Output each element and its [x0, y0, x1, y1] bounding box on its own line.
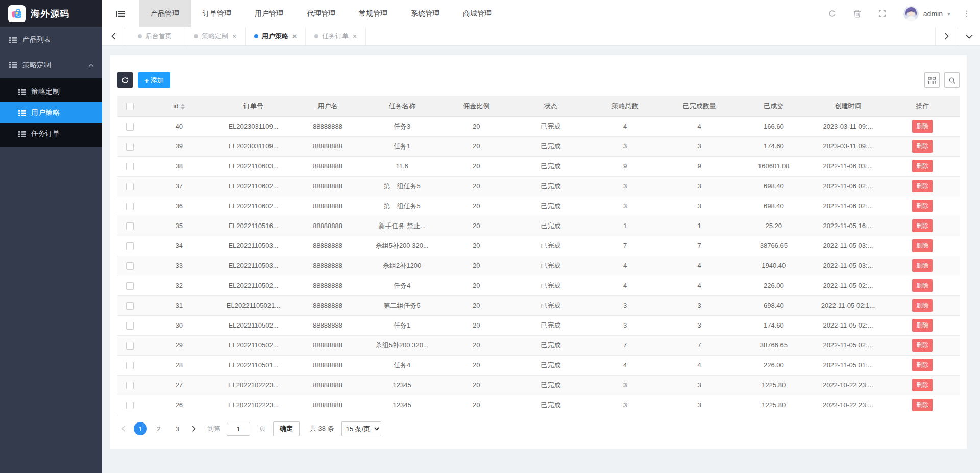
tab-home[interactable]: 后台首页 [125, 27, 185, 45]
row-checkbox[interactable] [126, 183, 134, 190]
sidebar-item-product-list[interactable]: 产品列表 [0, 27, 102, 53]
topnav-mall-mgmt[interactable]: 商城管理 [451, 0, 503, 27]
row-checkbox[interactable] [126, 342, 134, 350]
table-cell: 4 [662, 276, 737, 295]
delete-button[interactable]: 删除 [912, 299, 933, 312]
trash-icon[interactable] [853, 10, 861, 18]
row-checkbox[interactable] [126, 322, 134, 330]
tab-status-dot [254, 34, 258, 38]
delete-button[interactable]: 删除 [912, 379, 933, 391]
table-cell: 2022-10-22 23:... [811, 375, 886, 395]
delete-button[interactable]: 删除 [912, 319, 933, 332]
sort-icon[interactable] [181, 104, 185, 110]
search-icon[interactable] [944, 72, 960, 88]
row-checkbox[interactable] [126, 242, 134, 250]
page-input[interactable] [227, 422, 250, 436]
tabs-scroll-left-icon[interactable] [102, 27, 125, 45]
delete-button[interactable]: 删除 [912, 239, 933, 252]
row-actions-cell: 删除 [885, 176, 960, 196]
columns-toggle-icon[interactable] [924, 72, 940, 88]
list-icon [9, 37, 17, 43]
close-icon[interactable]: × [353, 33, 357, 40]
delete-button[interactable]: 删除 [912, 180, 933, 192]
table-cell: 88888888 [290, 216, 365, 236]
column-header-label: id [173, 102, 178, 110]
add-button[interactable]: + 添加 [138, 72, 170, 88]
table-cell: 36 [142, 196, 216, 216]
close-icon[interactable]: × [232, 33, 236, 40]
row-checkbox[interactable] [126, 402, 134, 409]
page-unit-label: 页 [259, 424, 266, 433]
row-checkbox[interactable] [126, 282, 134, 290]
tabs-scroll-right-icon[interactable] [935, 27, 958, 45]
confirm-page-button[interactable]: 确定 [273, 421, 300, 436]
close-icon[interactable]: × [292, 33, 297, 40]
row-checkbox[interactable] [126, 163, 134, 170]
table-cell: 2022-11-05 03:... [811, 256, 886, 276]
delete-button[interactable]: 删除 [912, 200, 933, 212]
column-header: 策略总数 [588, 96, 663, 116]
row-select-cell [117, 256, 142, 276]
table-cell: 88888888 [290, 176, 365, 196]
table-cell: 20 [439, 355, 514, 375]
row-checkbox[interactable] [126, 123, 134, 131]
column-header-label: 任务名称 [389, 102, 415, 110]
row-checkbox[interactable] [126, 302, 134, 310]
tab-status-dot [138, 34, 142, 38]
refresh-icon[interactable] [828, 10, 836, 17]
delete-button[interactable]: 删除 [912, 120, 933, 133]
tab-strategy-custom[interactable]: 策略定制× [185, 27, 246, 45]
column-header: 订单号 [216, 96, 291, 116]
delete-button[interactable]: 删除 [912, 399, 933, 411]
sidebar-subitem-task-orders[interactable]: 任务订单 [0, 123, 102, 144]
tab-task-orders[interactable]: 任务订单× [306, 27, 366, 45]
topnav-user-mgmt[interactable]: 用户管理 [243, 0, 295, 27]
delete-button[interactable]: 删除 [912, 140, 933, 153]
table-cell: 已完成 [513, 236, 588, 256]
topnav-system-mgmt[interactable]: 系统管理 [399, 0, 451, 27]
sidebar-toggle-icon[interactable] [102, 0, 139, 27]
page-number[interactable]: 3 [170, 422, 184, 435]
delete-button[interactable]: 删除 [912, 160, 933, 172]
tab-user-strategy[interactable]: 用户策略× [246, 27, 306, 45]
tabs-menu-icon[interactable] [958, 27, 980, 45]
row-checkbox[interactable] [126, 143, 134, 151]
row-checkbox[interactable] [126, 203, 134, 210]
table-cell: 38766.65 [737, 236, 811, 256]
select-all-checkbox[interactable] [126, 103, 134, 110]
prev-page-icon[interactable] [117, 422, 130, 435]
user-menu[interactable]: admin ▾ [903, 6, 950, 21]
topnav-order-mgmt[interactable]: 订单管理 [191, 0, 243, 27]
table-cell: 20 [439, 116, 514, 136]
delete-button[interactable]: 删除 [912, 279, 933, 292]
row-actions-cell: 删除 [885, 136, 960, 156]
column-header-label: 策略总数 [612, 102, 639, 110]
table-cell: EL2022110502... [216, 315, 291, 335]
fullscreen-icon[interactable] [878, 10, 886, 17]
topnav-agent-mgmt[interactable]: 代理管理 [295, 0, 347, 27]
row-checkbox[interactable] [126, 262, 134, 270]
delete-button[interactable]: 删除 [912, 219, 933, 232]
page-number[interactable]: 1 [134, 422, 147, 435]
row-checkbox[interactable] [126, 222, 134, 230]
sidebar-subitem-strategy-custom[interactable]: 策略定制 [0, 81, 102, 102]
next-page-icon[interactable] [188, 422, 200, 435]
delete-button[interactable]: 删除 [912, 339, 933, 352]
table-cell: 2022-11-05 03:... [811, 236, 886, 256]
tab-label: 后台首页 [145, 32, 172, 41]
sidebar-subitem-user-strategy[interactable]: 用户策略 [0, 102, 102, 123]
more-options-icon[interactable]: ⋮ [963, 9, 971, 18]
row-checkbox[interactable] [126, 382, 134, 389]
page-number[interactable]: 2 [152, 422, 165, 435]
row-checkbox[interactable] [126, 362, 134, 369]
topnav-product-mgmt[interactable]: 产品管理 [139, 0, 191, 27]
table-cell: 已完成 [513, 395, 588, 415]
delete-button[interactable]: 删除 [912, 359, 933, 371]
table-refresh-button[interactable] [117, 72, 133, 88]
delete-button[interactable]: 删除 [912, 259, 933, 272]
per-page-select[interactable]: 15 条/页 [341, 421, 381, 436]
topnav-general-mgmt[interactable]: 常规管理 [347, 0, 399, 27]
table-cell: 174.60 [737, 315, 811, 335]
sidebar-item-strategy-custom-group[interactable]: 策略定制 [0, 53, 102, 78]
table-cell: 任务1 [365, 136, 439, 156]
